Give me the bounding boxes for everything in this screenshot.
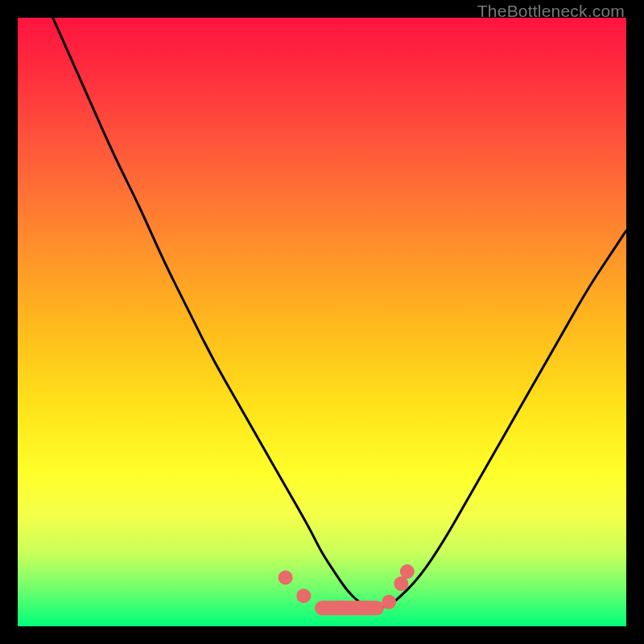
marker-dot bbox=[351, 601, 365, 615]
marker-dot bbox=[279, 571, 293, 585]
chart-frame: TheBottleneck.com bbox=[0, 0, 644, 644]
bottleneck-curve bbox=[18, 18, 626, 608]
marker-dot bbox=[296, 588, 311, 603]
marker-dot bbox=[333, 601, 348, 615]
curve-svg bbox=[18, 18, 626, 626]
marker-dot bbox=[400, 564, 415, 579]
marker-dot bbox=[382, 595, 396, 609]
marker-dot bbox=[315, 601, 329, 615]
plot-area bbox=[18, 18, 626, 626]
